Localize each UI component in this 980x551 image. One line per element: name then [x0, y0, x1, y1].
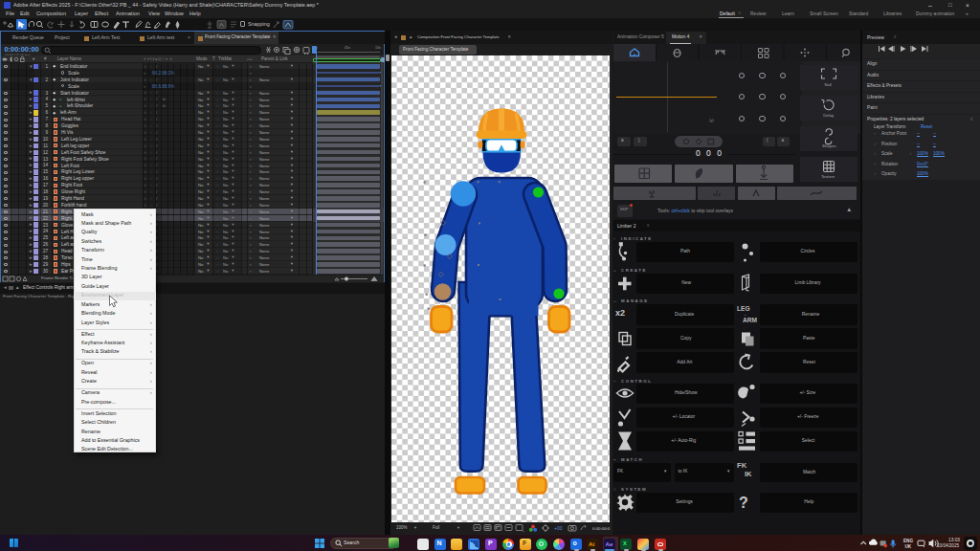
svg-text:?: ?: [739, 495, 748, 511]
svg-text:0:00:00:0: 0:00:00:0: [592, 526, 611, 531]
svg-text:ENG: ENG: [903, 539, 913, 543]
svg-text:+00: +00: [554, 525, 563, 531]
svg-text:UK: UK: [905, 544, 912, 549]
